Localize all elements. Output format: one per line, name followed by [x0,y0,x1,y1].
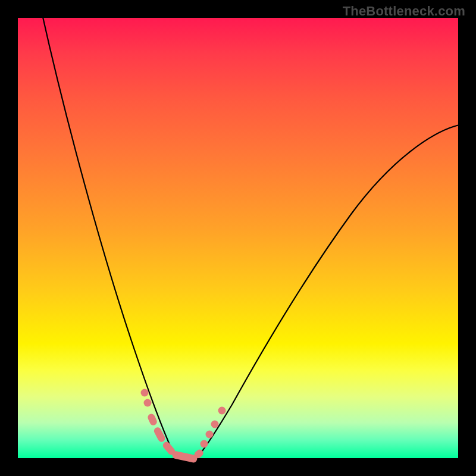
chart-frame: TheBottleneck.com [0,0,476,476]
plot-area [18,18,458,458]
marker-dot [141,389,149,397]
watermark-text: TheBottleneck.com [343,4,465,19]
right-curve [196,125,459,458]
marker-dot [211,421,219,428]
marker-dot [206,431,214,439]
left-curve [42,12,177,458]
marker-dot [144,399,152,407]
marker-dot [218,407,226,415]
bottleneck-curves [18,18,458,458]
marker-dot [201,440,208,448]
